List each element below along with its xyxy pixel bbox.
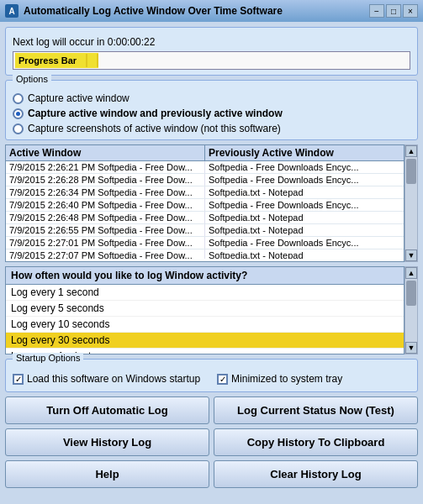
table-cell: Softpedia - Free Downloads Encyc... [205, 199, 404, 211]
table-cell: Softpedia.txt - Notepad [205, 212, 404, 223]
window-title: Automatically Log Active Window Over Tim… [24, 5, 364, 17]
table-cell: Softpedia - Free Downloads Encyc... [205, 174, 404, 186]
option-1-label: Capture active window [28, 92, 130, 104]
col-active-window: Active Window [6, 145, 205, 160]
list-item[interactable]: Log every 5 seconds [6, 301, 404, 317]
btn-clear-history[interactable]: Clear History Log [214, 460, 418, 488]
table-scrollbar[interactable]: ▲ ▼ [404, 144, 418, 262]
activity-table-wrapper: Active Window Previously Active Window 7… [5, 144, 418, 262]
log-frequency-list: How often would you like to log Window a… [5, 266, 404, 354]
startup-label-2: Minimized to system tray [231, 373, 342, 385]
close-button[interactable]: × [403, 4, 418, 18]
table-cell: 7/9/2015 2:27:07 PM Softpedia - Free Dow… [6, 249, 205, 259]
startup-group: Startup Options Load this software on Wi… [5, 359, 418, 392]
table-cell: Softpedia.txt - Notepad [205, 224, 404, 236]
minimize-button[interactable]: − [369, 4, 384, 18]
table-cell: Softpedia - Free Downloads Encyc... [205, 161, 404, 173]
title-bar-controls: − □ × [369, 4, 418, 18]
btn-copy-history[interactable]: Copy History To Clipboard [214, 428, 418, 456]
col-prev-window: Previously Active Window [205, 145, 404, 160]
button-grid: Turn Off Automatic LogLog Current Status… [5, 396, 418, 488]
table-cell: 7/9/2015 2:26:55 PM Softpedia - Free Dow… [6, 224, 205, 236]
option-2-row[interactable]: Capture active window and previously act… [13, 108, 410, 119]
table-cell: 7/9/2015 2:27:01 PM Softpedia - Free Dow… [6, 237, 205, 249]
startup-label-1: Load this software on Windows startup [27, 373, 200, 385]
table-cell: 7/9/2015 2:26:48 PM Softpedia - Free Dow… [6, 212, 205, 223]
progress-stripe-1 [79, 54, 87, 67]
table-row[interactable]: 7/9/2015 2:26:55 PM Softpedia - Free Dow… [6, 224, 404, 237]
radio-option-1[interactable] [13, 93, 24, 104]
btn-help[interactable]: Help [5, 460, 209, 488]
title-bar: A Automatically Log Active Window Over T… [0, 0, 423, 22]
table-cell: Softpedia.txt - Notepad [205, 186, 404, 198]
table-row[interactable]: 7/9/2015 2:26:48 PM Softpedia - Free Dow… [6, 212, 404, 224]
activity-table: Active Window Previously Active Window 7… [5, 144, 404, 262]
table-row[interactable]: 7/9/2015 2:26:21 PM Softpedia - Free Dow… [6, 161, 404, 174]
startup-option-2[interactable]: Minimized to system tray [217, 373, 342, 385]
table-cell: 7/9/2015 2:26:28 PM Softpedia - Free Dow… [6, 174, 205, 186]
progress-bar: Progress Bar [13, 51, 410, 70]
list-item[interactable]: Log every 30 seconds [6, 333, 404, 349]
options-title: Options [13, 74, 51, 84]
table-body[interactable]: 7/9/2015 2:26:21 PM Softpedia - Free Dow… [6, 161, 404, 259]
option-3-label: Capture screenshots of active window (no… [28, 123, 281, 134]
timer-section: Next log will occur in 0:00:00:22 Progre… [5, 27, 418, 76]
log-frequency-wrapper: How often would you like to log Window a… [5, 266, 418, 354]
scroll-thumb[interactable] [406, 159, 416, 184]
table-row[interactable]: 7/9/2015 2:27:01 PM Softpedia - Free Dow… [6, 237, 404, 249]
table-cell: 7/9/2015 2:26:34 PM Softpedia - Free Dow… [6, 186, 205, 198]
scroll-up-arrow[interactable]: ▲ [405, 145, 417, 157]
table-cell: Softpedia - Free Downloads Encyc... [205, 237, 404, 249]
table-row[interactable]: 7/9/2015 2:26:28 PM Softpedia - Free Dow… [6, 174, 404, 186]
list-item[interactable]: Log every 10 seconds [6, 317, 404, 333]
checkbox-startup[interactable] [13, 374, 24, 385]
log-frequency-question: How often would you like to log Window a… [6, 267, 404, 285]
radio-option-2[interactable] [13, 108, 24, 119]
option-1-row[interactable]: Capture active window [13, 92, 410, 104]
btn-log-current[interactable]: Log Current Status Now (Test) [214, 396, 418, 424]
list-item[interactable]: Log every 1 second [6, 285, 404, 301]
log-frequency-items[interactable]: Log every 1 secondLog every 5 secondsLog… [6, 285, 404, 354]
option-3-row[interactable]: Capture screenshots of active window (no… [13, 123, 410, 134]
freq-scroll-up[interactable]: ▲ [405, 267, 417, 279]
scroll-down-arrow[interactable]: ▼ [405, 249, 417, 261]
radio-option-3[interactable] [13, 123, 24, 134]
btn-view-history[interactable]: View History Log [5, 428, 209, 456]
freq-scroll-down[interactable]: ▼ [405, 342, 417, 354]
table-row[interactable]: 7/9/2015 2:27:07 PM Softpedia - Free Dow… [6, 249, 404, 259]
startup-option-1[interactable]: Load this software on Windows startup [13, 373, 200, 385]
options-group: Options Capture active window Capture ac… [5, 80, 418, 140]
app-icon: A [5, 4, 19, 18]
table-cell: 7/9/2015 2:26:21 PM Softpedia - Free Dow… [6, 161, 205, 173]
option-2-label: Capture active window and previously act… [28, 108, 283, 119]
freq-scrollbar[interactable]: ▲ ▼ [404, 266, 418, 354]
progress-stripe-2 [90, 54, 98, 67]
btn-turn-off[interactable]: Turn Off Automatic Log [5, 396, 209, 424]
freq-scroll-track [405, 279, 417, 342]
table-row[interactable]: 7/9/2015 2:26:34 PM Softpedia - Free Dow… [6, 186, 404, 199]
startup-title: Startup Options [13, 353, 83, 363]
restore-button[interactable]: □ [386, 4, 401, 18]
table-cell: 7/9/2015 2:26:40 PM Softpedia - Free Dow… [6, 199, 205, 211]
checkbox-tray[interactable] [217, 374, 228, 385]
table-cell: Softpedia.txt - Notepad [205, 249, 404, 259]
freq-scroll-thumb[interactable] [406, 281, 416, 306]
scroll-track [405, 157, 417, 249]
table-header: Active Window Previously Active Window [6, 145, 404, 161]
timer-display: Next log will occur in 0:00:00:22 [13, 36, 410, 48]
table-row[interactable]: 7/9/2015 2:26:40 PM Softpedia - Free Dow… [6, 199, 404, 212]
